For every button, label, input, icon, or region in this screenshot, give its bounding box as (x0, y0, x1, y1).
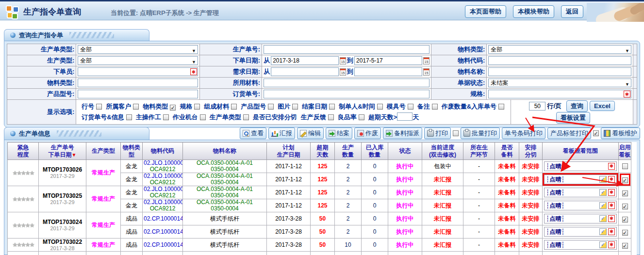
clear-icon[interactable]: ✱ (608, 215, 615, 222)
toolbar-button-打印[interactable]: 打印 (424, 128, 451, 139)
display-option-checkbox[interactable]: ✓ (170, 105, 176, 111)
material-name-input[interactable] (488, 67, 631, 76)
kanban-scope-input[interactable]: ┆点晴┆✓✱ (544, 240, 617, 250)
material-used-input[interactable] (264, 79, 429, 87)
clear-icon[interactable]: ✱ (608, 202, 615, 209)
cell-current-progress[interactable]: 未汇报 (422, 173, 463, 186)
display-option-checkbox[interactable] (231, 104, 237, 110)
display-option-checkbox[interactable] (329, 104, 335, 110)
calendar-icon[interactable]: 15 (423, 68, 429, 76)
clear-icon[interactable]: ✱ (190, 68, 197, 75)
page-help-button[interactable]: 本页面帮助 (465, 5, 506, 18)
clear-icon[interactable]: ✱ (608, 163, 615, 170)
toolbar-button-编辑[interactable]: 编辑 (297, 128, 324, 139)
enable-kanban-checkbox[interactable]: ✓ (622, 243, 628, 249)
order-date-from-input[interactable]: 2017-3-18 (271, 56, 339, 65)
product-model-input[interactable] (78, 90, 198, 98)
display-option-checkbox[interactable] (126, 114, 132, 120)
display-option-checkbox[interactable] (377, 104, 383, 110)
cell-current-progress[interactable]: 未汇报 (422, 225, 463, 239)
order-type-select[interactable]: 全部▼ (78, 45, 198, 54)
calendar-icon[interactable]: 15 (340, 57, 346, 64)
material-type-input[interactable] (78, 79, 198, 87)
kanban-scope-input[interactable]: ┆点晴┆✓✱ (544, 227, 617, 237)
display-option-checkbox[interactable] (133, 104, 139, 110)
enable-kanban-checkbox[interactable]: ✓ (622, 217, 628, 223)
prod-type-select[interactable]: 全部▼ (78, 56, 198, 65)
display-option-checkbox[interactable] (268, 104, 274, 110)
toolbar-button-看板维护[interactable]: 看板维护 (601, 128, 640, 139)
calendar-icon[interactable]: 15 (340, 68, 346, 76)
enable-kanban-checkbox[interactable]: ✓ (622, 191, 628, 196)
display-option-checkbox[interactable] (359, 114, 364, 120)
clear-icon[interactable]: ✱ (608, 241, 615, 248)
enable-kanban-checkbox[interactable]: ✓ (622, 177, 628, 183)
excel-export-button[interactable]: Excel (590, 101, 615, 111)
kanban-settings-button[interactable]: 看板设置 (556, 112, 590, 124)
module-help-button[interactable]: 本模块帮助 (513, 5, 554, 18)
cell-material-prepared: 未备料 (495, 225, 519, 239)
edit-kanban-icon[interactable]: ✓ (599, 176, 607, 183)
cell-current-progress[interactable] (422, 252, 463, 255)
back-button[interactable]: 返回 (561, 5, 583, 18)
edit-kanban-icon[interactable]: ✓ (599, 228, 607, 235)
enable-kanban-checkbox[interactable]: ✓ (622, 204, 628, 209)
toolbar-button-作废[interactable]: 作废 (354, 128, 381, 139)
display-option-checkbox[interactable] (243, 114, 249, 120)
cell-current-progress[interactable]: 未汇报 (422, 186, 463, 199)
clear-icon[interactable]: ✱ (608, 176, 615, 183)
sales-order-no-input[interactable] (264, 90, 429, 98)
display-option-checkbox[interactable] (194, 104, 200, 110)
need-date-to-input[interactable] (354, 67, 422, 76)
display-option-checkbox[interactable] (432, 104, 438, 110)
clear-icon[interactable]: ✱ (608, 189, 615, 196)
order-date-to-input[interactable]: 2017-5-17 (354, 56, 422, 65)
display-option-checkbox[interactable] (498, 104, 504, 110)
column-header-生产单号下单日期[interactable]: 生产单号下单日期▼ (39, 143, 86, 160)
toolbar-checkbox[interactable]: ✓ (593, 130, 599, 136)
edit-kanban-icon[interactable]: ✓ (599, 202, 607, 209)
enable-kanban-checkbox[interactable] (622, 163, 628, 169)
cell-current-progress[interactable]: 未汇报 (422, 199, 463, 212)
kanban-scope-input[interactable]: ┆点晴┆✓✱ (544, 214, 617, 223)
search-button[interactable]: 查询 (566, 100, 588, 112)
doc-status-select[interactable]: 未结案▼ (488, 79, 631, 87)
toolbar-button-备料指派[interactable]: 备料指派 (383, 128, 422, 139)
kanban-scope-input[interactable]: ┆点晴┆✱ (544, 161, 617, 171)
toolbar-checkbox[interactable] (453, 130, 459, 136)
edit-kanban-icon[interactable]: ✓ (599, 241, 607, 248)
page-size-input[interactable]: 50 (529, 102, 545, 111)
spec-input[interactable]: ✱ (488, 90, 631, 98)
toolbar-button-结案[interactable]: 结案 (326, 128, 352, 139)
toolbar-button-单号条码打印[interactable]: 单号条码打印 (502, 128, 545, 139)
toolbar-button-产品标签打印[interactable]: 产品标签打印 (547, 128, 591, 139)
kanban-scope-input[interactable]: ┆点晴┆✓✱ (544, 201, 617, 210)
display-option-checkbox[interactable] (200, 114, 206, 120)
enable-kanban-checkbox[interactable]: ✓ (622, 230, 628, 236)
material-type-select[interactable]: 全部▼ (488, 45, 631, 54)
display-option-checkbox[interactable] (292, 104, 298, 110)
display-option-checkbox[interactable] (408, 104, 413, 110)
page-title: 生产指令单查询 (23, 6, 81, 17)
toolbar-button-批量打印[interactable]: 批量打印 (461, 128, 500, 139)
display-option-checkbox[interactable] (328, 114, 334, 120)
cell-current-progress[interactable]: 包装中 (422, 160, 463, 173)
clear-icon[interactable]: ✱ (624, 91, 630, 97)
calendar-icon[interactable]: 15 (423, 57, 429, 64)
clear-icon[interactable]: ✱ (608, 228, 615, 235)
material-code-input[interactable] (488, 56, 631, 65)
edit-kanban-icon[interactable]: ✓ (599, 189, 607, 196)
order-no-input[interactable] (264, 45, 429, 54)
kanban-scope-input[interactable]: ┆点晴┆✓✱ (544, 188, 617, 197)
orderer-input[interactable]: ✱ (78, 67, 198, 76)
overdue-days-input[interactable] (397, 112, 413, 121)
display-option-checkbox[interactable] (96, 104, 102, 110)
need-date-from-input[interactable] (271, 67, 339, 76)
display-option-checkbox[interactable] (163, 114, 169, 120)
cell-current-progress[interactable]: 未汇报 (422, 212, 463, 225)
toolbar-button-查看[interactable]: 查看 (240, 128, 266, 139)
kanban-scope-input[interactable]: ┆点晴┆✓✱ (544, 175, 617, 184)
toolbar-button-汇报[interactable]: 汇报 (268, 128, 295, 139)
cell-current-progress[interactable]: 未汇报 (422, 239, 463, 252)
edit-kanban-icon[interactable]: ✓ (599, 215, 607, 222)
